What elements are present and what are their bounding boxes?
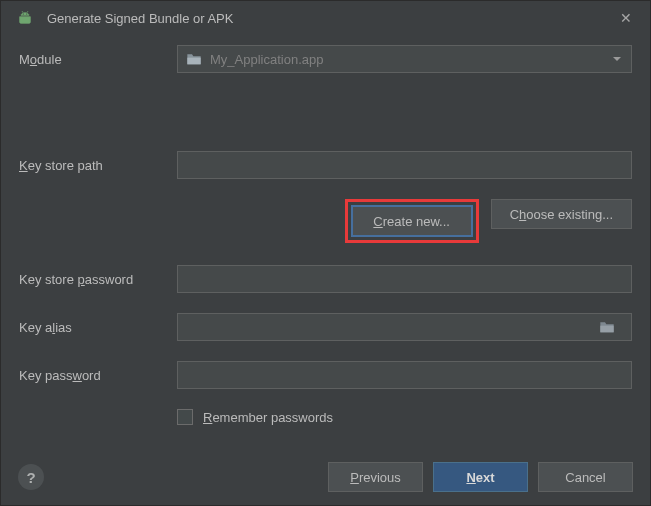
module-select[interactable]: My_Application.app	[177, 45, 632, 73]
keystore-path-label: Key store path	[19, 158, 177, 173]
module-label: Module	[19, 52, 177, 67]
android-icon	[17, 10, 33, 26]
remember-passwords-label: Remember passwords	[203, 410, 333, 425]
keystore-password-label: Key store password	[19, 272, 177, 287]
keystore-password-input[interactable]	[177, 265, 632, 293]
folder-open-icon[interactable]	[599, 320, 615, 334]
next-button[interactable]: Next	[433, 462, 528, 492]
remember-passwords-checkbox[interactable]	[177, 409, 193, 425]
key-alias-input[interactable]	[177, 313, 632, 341]
previous-button[interactable]: Previous	[328, 462, 423, 492]
highlight-annotation: Create new...	[345, 199, 479, 243]
module-value: My_Application.app	[210, 52, 323, 67]
keystore-path-input[interactable]	[177, 151, 632, 179]
cancel-button[interactable]: Cancel	[538, 462, 633, 492]
chevron-down-icon	[613, 57, 621, 61]
close-icon[interactable]: ✕	[614, 6, 638, 30]
folder-icon	[186, 52, 202, 66]
key-password-label: Key password	[19, 368, 177, 383]
key-password-input[interactable]	[177, 361, 632, 389]
svg-point-1	[26, 13, 27, 14]
title-bar: Generate Signed Bundle or APK ✕	[1, 1, 650, 35]
create-new-button[interactable]: Create new...	[352, 206, 472, 236]
key-alias-label: Key alias	[19, 320, 177, 335]
help-button[interactable]: ?	[18, 464, 44, 490]
svg-point-0	[23, 13, 24, 14]
window-title: Generate Signed Bundle or APK	[47, 11, 614, 26]
choose-existing-button[interactable]: Choose existing...	[491, 199, 632, 229]
